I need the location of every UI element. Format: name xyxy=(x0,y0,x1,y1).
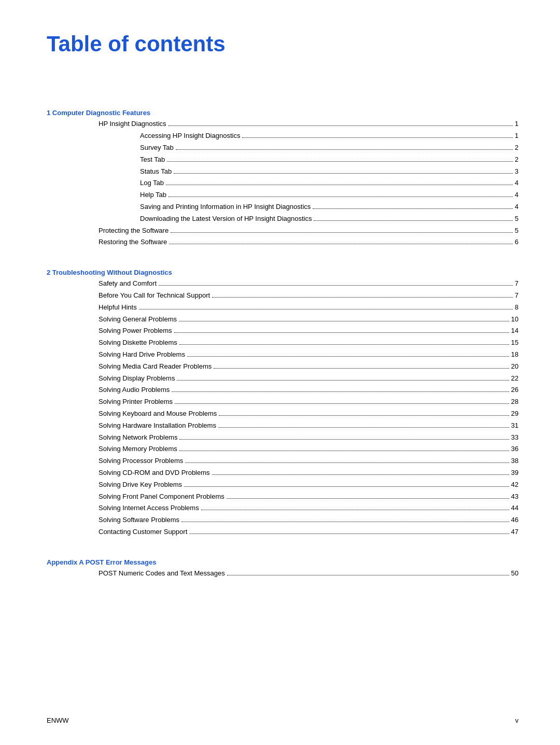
entry-dots xyxy=(177,380,509,381)
toc-entry: Test Tab2 xyxy=(47,154,519,165)
toc-entry: Solving Hard Drive Problems18 xyxy=(47,349,519,360)
entry-page: 26 xyxy=(511,385,519,396)
entry-dots xyxy=(227,575,509,575)
entry-page: 38 xyxy=(511,456,519,467)
entry-text: Safety and Comfort xyxy=(99,278,157,289)
toc-entry: Solving Internet Access Problems44 xyxy=(47,503,519,514)
entry-dots xyxy=(169,196,513,197)
entry-text: Solving Internet Access Problems xyxy=(99,503,199,514)
toc-container: 1 Computer Diagnostic FeaturesHP Insight… xyxy=(47,109,519,579)
entry-dots xyxy=(169,244,513,244)
toc-entry: Solving Hardware Installation Problems31 xyxy=(47,420,519,431)
entry-text: Solving Power Problems xyxy=(99,326,172,336)
entry-text: Solving Hard Drive Problems xyxy=(99,349,185,360)
entry-page: 47 xyxy=(511,527,519,538)
toc-entry: Solving Memory Problems36 xyxy=(47,444,519,455)
entry-text: Solving Hardware Installation Problems xyxy=(99,420,216,431)
entry-dots xyxy=(184,486,509,487)
entry-text: Solving Software Problems xyxy=(99,515,179,526)
toc-entry: Survey Tab2 xyxy=(47,143,519,153)
entry-text: Contacting Customer Support xyxy=(99,527,187,538)
entry-dots xyxy=(172,391,509,392)
entry-text: Solving Memory Problems xyxy=(99,444,177,455)
toc-entry: Log Tab4 xyxy=(47,178,519,189)
entry-text: Saving and Printing Information in HP In… xyxy=(140,202,311,213)
toc-entry: Accessing HP Insight Diagnostics1 xyxy=(47,131,519,142)
footer-left: ENWW xyxy=(47,716,69,724)
entry-text: Before You Call for Technical Support xyxy=(99,290,210,301)
toc-entry: Solving Power Problems14 xyxy=(47,326,519,336)
entry-text: Downloading the Latest Version of HP Ins… xyxy=(140,214,312,224)
toc-entry: Before You Call for Technical Support7 xyxy=(47,290,519,301)
entry-text: Log Tab xyxy=(140,178,164,189)
section-2-heading: 2 Troubleshooting Without Diagnostics xyxy=(47,269,519,276)
entry-dots xyxy=(174,332,509,333)
entry-dots xyxy=(169,125,513,126)
entry-dots xyxy=(227,498,509,499)
entry-text: Status Tab xyxy=(140,166,172,177)
entry-dots xyxy=(174,173,513,174)
entry-page: 36 xyxy=(511,444,519,455)
entry-text: Restoring the Software xyxy=(99,237,167,248)
entry-page: 44 xyxy=(511,503,519,514)
page-title: Table of contents xyxy=(47,31,519,57)
section-1: 1 Computer Diagnostic FeaturesHP Insight… xyxy=(47,109,519,248)
entry-dots xyxy=(212,297,513,298)
toc-entry: Solving Keyboard and Mouse Problems29 xyxy=(47,409,519,419)
toc-entry: Downloading the Latest Version of HP Ins… xyxy=(47,214,519,224)
entry-page: 22 xyxy=(511,373,519,384)
section-appendix-heading: Appendix A POST Error Messages xyxy=(47,558,519,566)
entry-page: 50 xyxy=(511,568,519,579)
entry-page: 10 xyxy=(511,314,519,325)
entry-dots xyxy=(314,220,512,221)
entry-dots xyxy=(214,368,509,369)
toc-entry: Solving Front Panel Component Problems43 xyxy=(47,491,519,502)
entry-dots xyxy=(159,285,513,286)
entry-text: Help Tab xyxy=(140,190,166,201)
toc-entry: Safety and Comfort7 xyxy=(47,278,519,289)
entry-dots xyxy=(181,522,509,522)
entry-page: 2 xyxy=(515,143,519,153)
entry-dots xyxy=(313,208,512,209)
entry-page: 5 xyxy=(515,214,519,224)
entry-dots xyxy=(175,403,509,404)
entry-page: 4 xyxy=(515,202,519,213)
entry-dots xyxy=(219,415,509,416)
entry-page: 4 xyxy=(515,190,519,201)
entry-page: 4 xyxy=(515,178,519,189)
entry-text: Solving Display Problems xyxy=(99,373,175,384)
entry-dots xyxy=(187,356,509,357)
entry-page: 29 xyxy=(511,409,519,419)
entry-text: Protecting the Software xyxy=(99,226,169,236)
entry-page: 43 xyxy=(511,491,519,502)
entry-dots xyxy=(139,309,513,310)
toc-entry: Solving Media Card Reader Problems20 xyxy=(47,361,519,372)
toc-entry: Status Tab3 xyxy=(47,166,519,177)
toc-entry: Help Tab4 xyxy=(47,190,519,201)
entry-text: Solving Keyboard and Mouse Problems xyxy=(99,409,217,419)
section-appendix: Appendix A POST Error MessagesPOST Numer… xyxy=(47,558,519,579)
toc-entry: Solving Diskette Problems15 xyxy=(47,338,519,348)
section-1-heading: 1 Computer Diagnostic Features xyxy=(47,109,519,117)
toc-entry: Saving and Printing Information in HP In… xyxy=(47,202,519,213)
toc-entry: Solving General Problems10 xyxy=(47,314,519,325)
entry-dots xyxy=(166,185,513,185)
entry-dots xyxy=(179,344,509,345)
entry-page: 42 xyxy=(511,480,519,490)
section-2: 2 Troubleshooting Without DiagnosticsSaf… xyxy=(47,269,519,538)
entry-text: Solving Audio Problems xyxy=(99,385,170,396)
entry-text: Solving Media Card Reader Problems xyxy=(99,361,212,372)
entry-text: Survey Tab xyxy=(140,143,174,153)
entry-page: 20 xyxy=(511,361,519,372)
entry-page: 1 xyxy=(515,131,519,142)
entry-text: Solving Drive Key Problems xyxy=(99,480,182,490)
entry-dots xyxy=(201,510,509,510)
entry-text: Solving Printer Problems xyxy=(99,397,173,407)
entry-text: Solving Network Problems xyxy=(99,432,177,443)
toc-entry: Solving Display Problems22 xyxy=(47,373,519,384)
toc-entry: POST Numeric Codes and Text Messages50 xyxy=(47,568,519,579)
entry-text: POST Numeric Codes and Text Messages xyxy=(99,568,225,579)
entry-dots xyxy=(176,149,513,150)
entry-dots xyxy=(179,321,509,321)
entry-text: Solving Diskette Problems xyxy=(99,338,177,348)
